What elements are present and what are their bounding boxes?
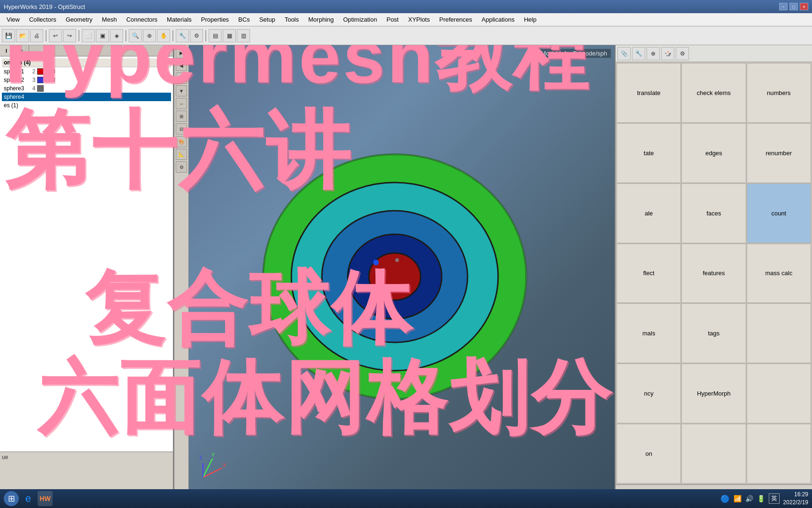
toolbar-btn-6[interactable]: ⬜ <box>82 29 95 42</box>
rp-btn-1[interactable]: 📎 <box>617 47 631 60</box>
menu-item-geometry[interactable]: Geometry <box>61 15 97 24</box>
right-panel-toolbar: 📎 🔧 ⊕ 🎲 ⚙ <box>616 45 812 62</box>
tree-item-es[interactable]: es (1) <box>2 101 171 110</box>
left-tab-i[interactable]: I <box>0 45 13 56</box>
start-button[interactable]: ⊞ <box>4 491 19 506</box>
grid-count[interactable]: count <box>747 183 811 243</box>
menu-item-tools[interactable]: Tools <box>280 15 304 24</box>
volume-icon: 🔊 <box>745 495 753 502</box>
toolbar-sep-3 <box>125 30 126 41</box>
toolbar-btn-5[interactable]: ↪ <box>63 29 76 42</box>
toolbar-btn-8[interactable]: ◈ <box>110 29 123 42</box>
spheres-visualization <box>254 145 536 408</box>
toolbar-btn-3[interactable]: 🖨 <box>30 29 43 42</box>
mtb-btn-3[interactable]: ▲ <box>176 72 187 84</box>
battery-icon: 🔋 <box>757 495 765 502</box>
grid-edges[interactable]: edges <box>681 123 746 183</box>
grid-features[interactable]: features <box>681 244 746 303</box>
maximize-button[interactable]: □ <box>789 3 798 10</box>
sphere4-name: sphere4 <box>4 94 24 100</box>
mtb-btn-8[interactable]: 🎨 <box>176 136 187 147</box>
axes-indicator: X Y Z <box>198 449 231 482</box>
grid-mass-calc[interactable]: mass calc <box>747 244 811 303</box>
grid-check-elems[interactable]: check elems <box>681 63 746 123</box>
mtb-btn-5[interactable]: ↔ <box>176 98 187 109</box>
taskbar-ie[interactable]: e <box>21 491 36 506</box>
menu-item-collectors[interactable]: Collectors <box>24 15 61 24</box>
menu-item-xyplots[interactable]: XYPlots <box>403 15 434 24</box>
left-tab-lu[interactable]: lu <box>13 45 29 56</box>
toolbar-btn-2[interactable]: 📂 <box>16 29 29 42</box>
rp-btn-2[interactable]: 🔧 <box>632 47 645 60</box>
mtb-btn-10[interactable]: ⚙ <box>176 161 187 173</box>
menu-item-bcs[interactable]: BCs <box>234 15 255 24</box>
grid-tate[interactable]: tate <box>617 123 681 183</box>
rp-btn-4[interactable]: 🎲 <box>661 47 674 60</box>
tree-item-sphere1[interactable]: sphere1 2 0 <box>2 67 171 76</box>
taskbar: ⊞ e HW 🔵 📶 🔊 🔋 英 16:29 2022/2/19 <box>0 489 812 508</box>
mtb-btn-1[interactable]: ▶ <box>176 47 187 58</box>
rp-btn-3[interactable]: ⊕ <box>647 47 660 60</box>
rp-btn-5[interactable]: ⚙ <box>676 47 689 60</box>
toolbar-sep-4 <box>172 30 173 41</box>
menu-item-morphing[interactable]: Morphing <box>304 15 338 24</box>
grid-hypermorph[interactable]: HyperMorph <box>681 364 746 423</box>
mtb-btn-6[interactable]: ⊞ <box>176 111 187 122</box>
grid-faces[interactable]: faces <box>681 183 746 243</box>
clock-date: 2022/2/19 <box>783 499 808 507</box>
toolbar-btn-13[interactable]: ⚙ <box>190 29 203 42</box>
toolbar-btn-11[interactable]: ✋ <box>157 29 170 42</box>
toolbar-btn-4[interactable]: ↩ <box>49 29 62 42</box>
model-info-label: Model Info: E:/mode/sph <box>537 49 611 58</box>
menu-item-setup[interactable]: Setup <box>255 15 280 24</box>
menu-item-properties[interactable]: Properties <box>196 15 234 24</box>
grid-tags[interactable]: tags <box>681 303 746 363</box>
mtb-btn-4[interactable]: ▼ <box>176 85 187 96</box>
menu-item-preferences[interactable]: Preferences <box>435 15 477 24</box>
es-name: es (1) <box>4 102 18 109</box>
toolbar-btn-14[interactable]: ▤ <box>209 29 222 42</box>
sphere1-val: 0 <box>46 68 55 75</box>
toolbar-btn-1[interactable]: 💾 <box>2 29 15 42</box>
grid-translate[interactable]: translate <box>617 63 681 123</box>
mtb-btn-7[interactable]: ⊟ <box>176 123 187 135</box>
viewport[interactable]: Model Info: E:/mode/sph X Y Z <box>189 45 615 508</box>
tree-item-sphere3[interactable]: sphere3 4 <box>2 84 171 93</box>
grid-on[interactable]: on <box>617 424 681 484</box>
toolbar-btn-9[interactable]: 🔍 <box>129 29 142 42</box>
grid-ncy[interactable]: ncy <box>617 364 681 423</box>
grid-numbers[interactable]: numbers <box>747 63 811 123</box>
grid-mals[interactable]: mals <box>617 303 681 363</box>
menu-item-view[interactable]: View <box>2 15 24 24</box>
toolbar-btn-7[interactable]: ▣ <box>96 29 109 42</box>
toolbar-btn-10[interactable]: ⊕ <box>143 29 156 42</box>
menu-bar: ViewCollectorsGeometryMeshConnectorsMate… <box>0 13 812 26</box>
title-bar: HyperWorks 2019 - OptiStruct − □ × <box>0 0 812 13</box>
grid-empty-2 <box>747 364 811 423</box>
tree-item-sphere4[interactable]: sphere4 <box>2 93 171 101</box>
menu-item-mesh[interactable]: Mesh <box>97 15 122 24</box>
taskbar-hyperworks[interactable]: HW <box>38 491 53 506</box>
toolbar-btn-12[interactable]: 🔧 <box>176 29 189 42</box>
toolbar-btn-16[interactable]: ▥ <box>237 29 250 42</box>
close-button[interactable]: × <box>800 3 808 10</box>
menu-item-applications[interactable]: Applications <box>477 15 519 24</box>
mtb-btn-2[interactable]: ◀ <box>176 60 187 71</box>
grid-ale[interactable]: ale <box>617 183 681 243</box>
menu-item-help[interactable]: Help <box>519 15 541 24</box>
menu-item-materials[interactable]: Materials <box>162 15 196 24</box>
grid-empty-3 <box>681 424 746 484</box>
menu-item-connectors[interactable]: Connectors <box>122 15 162 24</box>
toolbar-btn-15[interactable]: ▦ <box>223 29 236 42</box>
language-indicator[interactable]: 英 <box>769 493 780 504</box>
minimize-button[interactable]: − <box>779 3 788 10</box>
grid-flect[interactable]: flect <box>617 244 681 303</box>
sphere2-name: sphere2 <box>4 77 24 83</box>
tree-item-sphere2[interactable]: sphere2 3 0 <box>2 76 171 84</box>
menu-item-post[interactable]: Post <box>382 15 403 24</box>
app-title: HyperWorks 2019 - OptiStruct <box>4 3 779 10</box>
mtb-btn-9[interactable]: 📐 <box>176 149 187 160</box>
grid-renumber[interactable]: renumber <box>747 123 811 183</box>
sphere1-name: sphere1 <box>4 68 24 75</box>
menu-item-optimization[interactable]: Optimization <box>338 15 382 24</box>
